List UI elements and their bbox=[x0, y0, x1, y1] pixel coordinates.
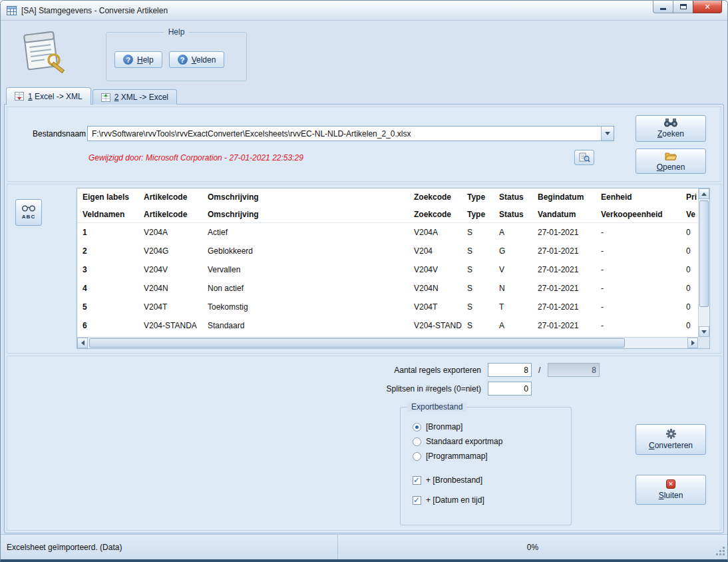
table-row[interactable]: 3 V204V Vervallen V204V S V 27-01-2021 -… bbox=[77, 260, 698, 279]
tab-xml-to-excel[interactable]: 2 XML -> Excel bbox=[92, 89, 177, 105]
minimize-icon bbox=[660, 8, 666, 10]
exportbestand-caption: Exportbestand bbox=[407, 402, 466, 412]
horizontal-scrollbar[interactable] bbox=[77, 337, 698, 348]
header-cell: Type bbox=[462, 188, 494, 206]
app-icon bbox=[7, 6, 17, 15]
row-number: 5 bbox=[77, 298, 138, 316]
table-row[interactable]: 5 V204T Toekomstig V204T S T 27-01-2021 … bbox=[77, 298, 698, 316]
velden-button[interactable]: ? Velden bbox=[169, 51, 225, 68]
preview-button[interactable] bbox=[574, 150, 594, 165]
radio-programmamap[interactable]: [Programmamap] bbox=[413, 451, 488, 461]
header-cell: Omschrijving bbox=[202, 188, 409, 206]
tab-excel-to-xml[interactable]: 1 Excel -> XML bbox=[6, 87, 91, 105]
cell: V204T bbox=[409, 298, 462, 316]
zoeken-button[interactable]: Zoeken bbox=[636, 115, 706, 142]
table-row[interactable]: 2 V204G Geblokkeerd V204 S G 27-01-2021 … bbox=[77, 242, 698, 260]
cell: G bbox=[494, 242, 532, 260]
zoeken-button-label: Zoeken bbox=[657, 129, 684, 139]
cell: V204A bbox=[138, 223, 202, 242]
cell: N bbox=[494, 279, 532, 298]
cell: S bbox=[462, 242, 494, 260]
abc-button-label: ABC bbox=[22, 214, 35, 220]
header-cell: Vandatum bbox=[532, 206, 596, 222]
resize-grip[interactable] bbox=[723, 553, 725, 555]
cell: S bbox=[462, 260, 494, 279]
cell: V204-STAND bbox=[409, 316, 462, 335]
checkbox-datum-en-tijd[interactable]: + [Datum en tijd] bbox=[413, 495, 484, 505]
minimize-button[interactable] bbox=[653, 1, 673, 13]
checkbox-icon bbox=[413, 476, 421, 485]
header-cell: Type bbox=[462, 206, 494, 222]
app-window: [SA] Stamgegevens - Conversie Artikelen … bbox=[0, 0, 728, 562]
table-grid: Eigen labels Artikelcode Omschrijving Zo… bbox=[77, 188, 698, 337]
scroll-up-button[interactable] bbox=[699, 188, 709, 199]
status-bar: Excelsheet geïmporteerd. (Data) 0% bbox=[1, 534, 727, 559]
close-button[interactable]: ✕ bbox=[693, 1, 722, 13]
radio-bronmap[interactable]: [Bronmap] bbox=[413, 422, 462, 431]
table-row[interactable]: 1 V204A Actief V204A S A 27-01-2021 - 0 bbox=[77, 223, 698, 242]
header-cell: Eenheid bbox=[596, 188, 681, 206]
cell: 27-01-2021 bbox=[532, 223, 596, 242]
status-message-pane: Excelsheet geïmporteerd. (Data) bbox=[1, 535, 338, 559]
help-button[interactable]: ? Help bbox=[114, 51, 162, 68]
export-section: Aantal regels exporteren / Splitsen in #… bbox=[7, 356, 721, 531]
bestandsnaam-combobox[interactable]: F:\rvvSoftware\rvvTools\rvvExactConverte… bbox=[87, 126, 614, 141]
cell: - bbox=[596, 242, 681, 260]
converteren-button[interactable]: Converteren bbox=[636, 424, 706, 455]
title-bar: [SA] Stamgegevens - Conversie Artikelen … bbox=[1, 1, 727, 21]
checkbox-label: + [Bronbestand] bbox=[426, 475, 482, 485]
cell: V204V bbox=[409, 260, 462, 279]
maximize-button[interactable] bbox=[673, 1, 693, 13]
gear-icon bbox=[666, 429, 676, 439]
radio-label: [Programmamap] bbox=[426, 451, 488, 461]
splitsen-input[interactable] bbox=[488, 382, 532, 396]
row-number: 4 bbox=[77, 279, 138, 298]
modified-info: Gewijzigd door: Microsoft Corporation - … bbox=[89, 153, 303, 162]
cell: V204V bbox=[138, 260, 202, 279]
v-scroll-thumb[interactable] bbox=[699, 200, 709, 307]
close-icon: ✕ bbox=[704, 3, 710, 11]
abc-button[interactable]: ABC bbox=[15, 199, 42, 226]
sluiten-button[interactable]: ✕ Sluiten bbox=[636, 475, 706, 505]
h-scroll-thumb[interactable] bbox=[89, 338, 625, 348]
aantal-regels-input[interactable] bbox=[488, 363, 532, 377]
radio-standaard-exportmap[interactable]: Standaard exportmap bbox=[413, 437, 502, 446]
folder-open-icon bbox=[665, 151, 677, 160]
table-row[interactable]: 6 V204-STANDA Standaard V204-STAND S A 2… bbox=[77, 316, 698, 335]
chevron-down-icon[interactable] bbox=[601, 127, 614, 140]
header-cell: Zoekcode bbox=[409, 188, 462, 206]
scrollbar-corner bbox=[698, 337, 709, 348]
exportbestand-group: Exportbestand [Bronmap] Standaard export… bbox=[400, 407, 572, 525]
radio-icon bbox=[413, 452, 421, 461]
cell: 27-01-2021 bbox=[532, 260, 596, 279]
header-cell: Omschrijving bbox=[202, 206, 409, 222]
tab-label: 1 Excel -> XML bbox=[28, 92, 83, 101]
help-button-label: Help bbox=[137, 55, 154, 65]
row-number: 6 bbox=[77, 316, 138, 335]
scroll-down-button[interactable] bbox=[699, 326, 709, 337]
excel-import-icon bbox=[101, 93, 110, 102]
scroll-right-button[interactable] bbox=[687, 338, 698, 348]
splitsen-label: Splitsen in #regels (0=niet) bbox=[260, 384, 481, 394]
excel-export-icon bbox=[15, 92, 24, 101]
cell: V bbox=[494, 260, 532, 279]
vertical-scrollbar[interactable] bbox=[698, 188, 709, 337]
cell: Actief bbox=[202, 223, 409, 242]
row-number: 1 bbox=[77, 223, 138, 242]
header-cell: Artikelcode bbox=[138, 188, 202, 206]
radio-label: [Bronmap] bbox=[426, 422, 462, 431]
bestandsnaam-label: Bestandsnaam bbox=[33, 129, 86, 139]
cell: V204-STANDA bbox=[138, 316, 202, 335]
notepad-icon bbox=[19, 29, 66, 75]
header-cell: Ve bbox=[681, 206, 698, 222]
cell: V204N bbox=[138, 279, 202, 298]
header-cell: Eigen labels bbox=[77, 188, 138, 206]
file-section: Bestandsnaam F:\rvvSoftware\rvvTools\rvv… bbox=[7, 107, 721, 182]
scroll-left-button[interactable] bbox=[77, 338, 88, 348]
header-cell: Status bbox=[494, 206, 532, 222]
progress-label: 0% bbox=[527, 543, 538, 552]
checkbox-bronbestand[interactable]: + [Bronbestand] bbox=[413, 475, 482, 485]
openen-button[interactable]: Openen bbox=[636, 148, 706, 174]
table-row[interactable]: 4 V204N Non actief V204N S N 27-01-2021 … bbox=[77, 279, 698, 298]
radio-icon bbox=[413, 423, 421, 431]
